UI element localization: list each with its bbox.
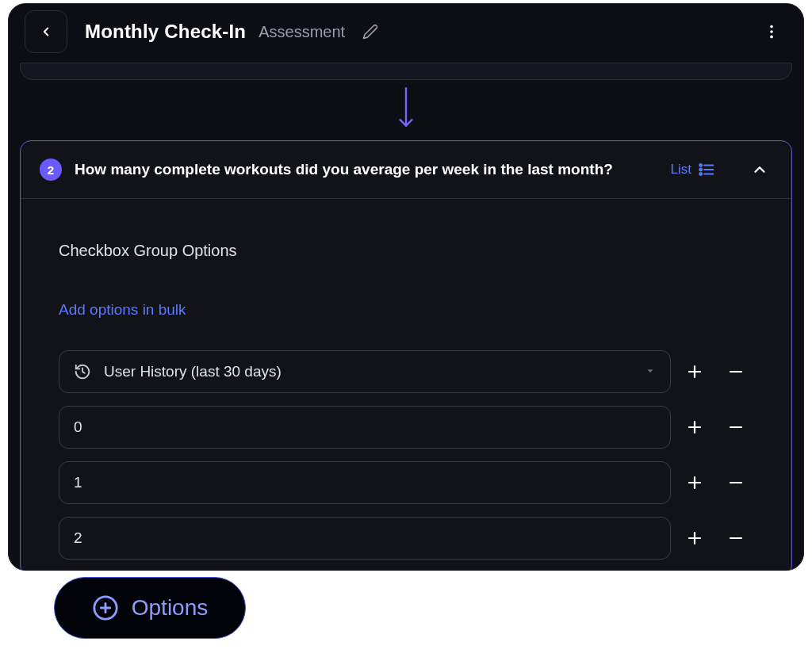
option-text-input[interactable]: 1 — [59, 461, 671, 504]
option-text-input[interactable]: 0 — [59, 406, 671, 449]
svg-point-1 — [770, 30, 773, 33]
option-label: 2 — [74, 529, 82, 547]
add-bulk-link[interactable]: Add options in bulk — [59, 301, 186, 319]
remove-option-button[interactable] — [718, 410, 753, 445]
main-content: 2 How many complete workouts did you ave… — [9, 63, 803, 571]
option-history-select[interactable]: User History (last 30 days) — [59, 350, 671, 393]
chevron-up-icon — [751, 161, 768, 178]
collapse-button[interactable] — [747, 157, 772, 182]
question-text: How many complete workouts did you avera… — [75, 161, 658, 178]
history-icon — [74, 363, 91, 380]
plus-circle-icon — [92, 594, 119, 621]
minus-icon — [726, 418, 745, 437]
plus-icon — [685, 418, 704, 437]
add-option-button[interactable] — [677, 465, 712, 500]
floating-chip-label: Options — [132, 595, 209, 621]
question-card: 2 How many complete workouts did you ave… — [20, 140, 792, 571]
option-label: 0 — [74, 418, 82, 436]
svg-point-8 — [699, 169, 702, 171]
minus-icon — [726, 362, 745, 381]
option-row: User History (last 30 days) — [59, 350, 753, 393]
caret-down-icon — [645, 363, 656, 380]
page-title: Monthly Check-In — [85, 21, 246, 43]
option-row: 0 — [59, 406, 753, 449]
back-button[interactable] — [25, 10, 67, 53]
remove-option-button[interactable] — [718, 354, 753, 389]
add-option-button[interactable] — [677, 521, 712, 556]
options-section-title: Checkbox Group Options — [59, 242, 753, 260]
question-number-badge: 2 — [40, 159, 62, 181]
list-view-toggle[interactable]: List — [671, 161, 715, 178]
options-list: User History (last 30 days) — [59, 350, 753, 560]
floating-options-chip[interactable]: Options — [54, 577, 246, 639]
list-icon — [698, 161, 715, 178]
question-body: Checkbox Group Options Add options in bu… — [21, 199, 791, 571]
option-row: 2 — [59, 517, 753, 560]
list-toggle-label: List — [671, 162, 691, 178]
add-option-button[interactable] — [677, 410, 712, 445]
add-option-button[interactable] — [677, 354, 712, 389]
app-window: Monthly Check-In Assessment 2 How many c… — [8, 3, 804, 571]
page-subtitle: Assessment — [259, 23, 345, 41]
plus-icon — [685, 473, 704, 492]
svg-point-2 — [770, 36, 773, 39]
remove-option-button[interactable] — [718, 521, 753, 556]
more-menu-button[interactable] — [756, 16, 787, 48]
question-header: 2 How many complete workouts did you ave… — [21, 141, 791, 199]
plus-icon — [685, 362, 704, 381]
svg-point-0 — [770, 25, 773, 29]
option-label: 1 — [74, 474, 82, 491]
chevron-left-icon — [39, 25, 53, 39]
svg-point-9 — [699, 173, 702, 175]
option-label: User History (last 30 days) — [104, 363, 282, 380]
header-bar: Monthly Check-In Assessment — [9, 4, 803, 59]
svg-marker-10 — [648, 369, 653, 373]
previous-card-sliver[interactable] — [20, 63, 792, 80]
edit-title-button[interactable] — [362, 24, 378, 40]
more-vertical-icon — [763, 23, 780, 40]
option-row: 1 — [59, 461, 753, 504]
minus-icon — [726, 529, 745, 548]
svg-point-7 — [699, 164, 702, 166]
remove-option-button[interactable] — [718, 465, 753, 500]
option-text-input[interactable]: 2 — [59, 517, 671, 560]
minus-icon — [726, 473, 745, 492]
pencil-icon — [362, 24, 378, 40]
flow-connector-arrow — [20, 86, 792, 131]
plus-icon — [685, 529, 704, 548]
arrow-down-icon — [396, 86, 416, 131]
